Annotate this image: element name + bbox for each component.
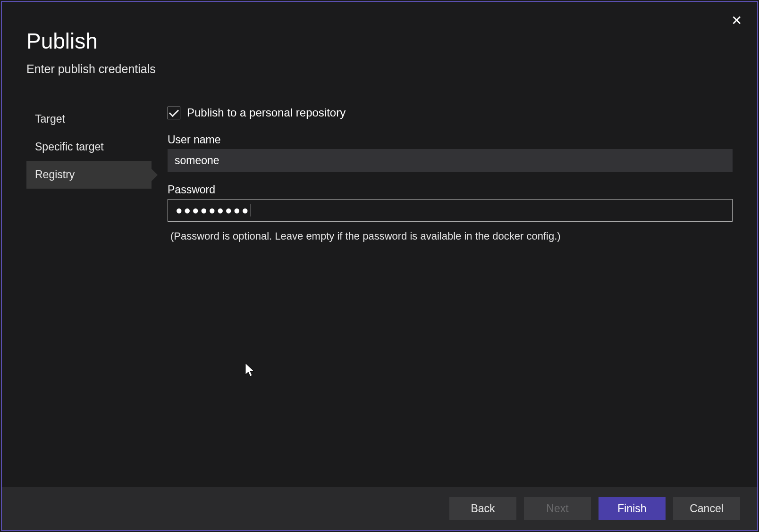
dialog-title: Publish	[26, 28, 733, 54]
dialog-subtitle: Enter publish credentials	[26, 62, 733, 76]
password-label: Password	[168, 183, 733, 196]
sidebar-item-label: Specific target	[35, 141, 104, 153]
credentials-form: Publish to a personal repository User na…	[152, 105, 733, 487]
username-input[interactable]	[168, 149, 733, 172]
dialog-header: Publish Enter publish credentials	[2, 2, 757, 84]
close-icon: ✕	[731, 13, 742, 28]
next-button: Next	[524, 497, 591, 520]
password-hint: (Password is optional. Leave empty if th…	[170, 230, 733, 242]
finish-button[interactable]: Finish	[599, 497, 666, 520]
password-mask: ●●●●●●●●●	[176, 204, 250, 217]
personal-repo-row: Publish to a personal repository	[168, 106, 733, 119]
back-button[interactable]: Back	[449, 497, 516, 520]
password-input[interactable]: ●●●●●●●●●	[168, 199, 733, 222]
sidebar-item-label: Target	[35, 113, 65, 125]
cancel-button[interactable]: Cancel	[673, 497, 740, 520]
wizard-sidebar: Target Specific target Registry	[26, 105, 152, 487]
sidebar-item-registry[interactable]: Registry	[26, 161, 152, 189]
dialog-footer: Back Next Finish Cancel	[2, 487, 757, 530]
sidebar-item-target[interactable]: Target	[26, 105, 152, 133]
close-button[interactable]: ✕	[731, 14, 742, 27]
sidebar-item-specific-target[interactable]: Specific target	[26, 133, 152, 161]
username-label: User name	[168, 133, 733, 146]
personal-repo-label: Publish to a personal repository	[187, 106, 346, 119]
publish-dialog: ✕ Publish Enter publish credentials Targ…	[1, 1, 758, 531]
text-caret	[251, 204, 251, 216]
dialog-content: Target Specific target Registry Publish …	[2, 84, 757, 487]
sidebar-item-label: Registry	[35, 168, 75, 181]
personal-repo-checkbox[interactable]	[168, 107, 180, 119]
